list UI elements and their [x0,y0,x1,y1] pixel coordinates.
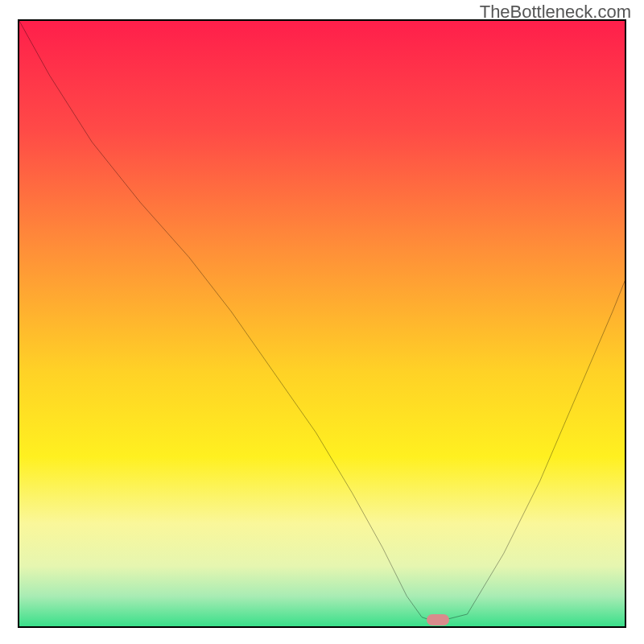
curve-svg [19,21,625,626]
chart-container: TheBottleneck.com [0,0,644,644]
watermark-text: TheBottleneck.com [480,2,631,23]
bottleneck-curve [19,21,625,620]
bottleneck-marker [427,614,449,625]
plot-area [18,19,626,628]
